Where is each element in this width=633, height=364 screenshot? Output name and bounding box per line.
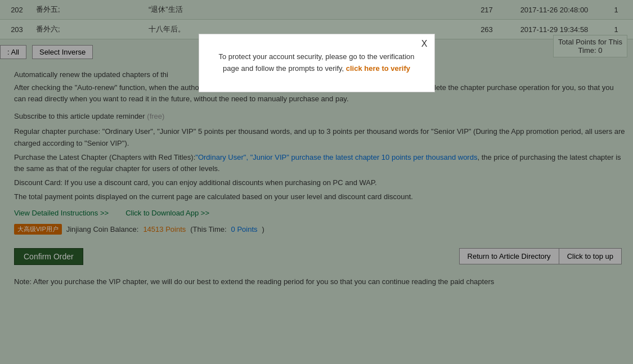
modal-verify-link[interactable]: click here to verify: [346, 64, 410, 73]
modal-box: X To protect your account security, plea…: [199, 34, 435, 92]
modal-close-button[interactable]: X: [421, 39, 428, 49]
modal-text: To protect your account security, please…: [216, 51, 417, 75]
modal-overlay: X To protect your account security, plea…: [0, 0, 633, 364]
